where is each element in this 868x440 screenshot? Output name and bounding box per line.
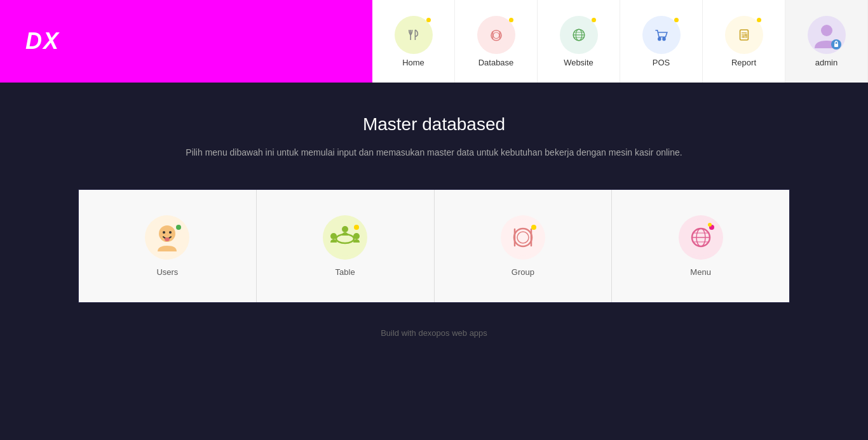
home-icon-circle — [395, 16, 433, 54]
svg-point-34 — [176, 225, 181, 230]
footer-text: Build with dexopos web apps — [381, 328, 487, 338]
report-icon-circle — [725, 16, 763, 54]
svg-point-31 — [163, 231, 165, 234]
admin-label: admin — [815, 58, 837, 67]
nav-bar: Home Database — [372, 0, 868, 83]
svg-rect-23 — [745, 34, 747, 37]
logo: DX — [25, 28, 60, 55]
svg-point-41 — [505, 219, 541, 256]
svg-point-17 — [663, 37, 665, 40]
header: DX Home — [0, 0, 868, 83]
users-icon-circle — [145, 215, 189, 260]
database-icon — [486, 25, 506, 45]
users-icon — [148, 218, 186, 257]
group-icon — [504, 218, 542, 257]
page-description: Pilih menu dibawah ini untuk memulai inp… — [186, 147, 682, 157]
home-dot — [426, 18, 431, 22]
card-table[interactable]: Table — [257, 190, 435, 302]
nav-item-database[interactable]: Database — [455, 0, 538, 83]
svg-rect-28 — [834, 44, 838, 47]
nav-item-report[interactable]: Report — [703, 0, 785, 83]
nav-item-home[interactable]: Home — [372, 0, 455, 83]
card-menu[interactable]: Menu — [612, 190, 789, 302]
svg-point-0 — [403, 25, 423, 44]
group-icon-circle — [501, 215, 545, 260]
svg-point-37 — [330, 233, 337, 239]
website-icon-circle — [560, 16, 598, 54]
website-label: Website — [564, 58, 593, 67]
table-icon — [326, 218, 364, 257]
database-dot — [509, 18, 513, 22]
svg-rect-24 — [742, 35, 744, 37]
svg-point-40 — [354, 225, 359, 230]
cards-grid: Users — [78, 189, 790, 303]
menu-icon-circle — [679, 215, 723, 260]
admin-icon-wrap — [808, 16, 846, 54]
page-title: Master databased — [363, 114, 505, 135]
main-content: Master databased Pilih menu dibawah ini … — [0, 83, 868, 338]
table-icon-circle — [323, 215, 367, 260]
svg-point-33 — [165, 237, 170, 241]
menu-icon — [682, 218, 720, 257]
group-label: Group — [512, 267, 534, 277]
report-dot — [757, 18, 761, 22]
pos-icon — [651, 25, 672, 45]
database-icon-circle — [477, 16, 515, 54]
table-label: Table — [336, 267, 355, 277]
card-users[interactable]: Users — [79, 190, 257, 302]
website-dot — [592, 18, 596, 22]
svg-point-38 — [353, 233, 360, 239]
svg-point-26 — [821, 25, 832, 36]
svg-point-15 — [651, 25, 670, 44]
svg-point-54 — [708, 223, 712, 227]
website-icon — [569, 25, 589, 45]
home-icon — [403, 25, 424, 45]
svg-point-46 — [531, 225, 536, 230]
pos-dot — [674, 18, 679, 22]
logo-area: DX — [0, 0, 85, 83]
home-label: Home — [402, 58, 424, 67]
card-group[interactable]: Group — [435, 190, 613, 302]
report-label: Report — [731, 58, 756, 67]
admin-avatar-icon — [808, 17, 845, 53]
pos-label: POS — [653, 58, 670, 67]
nav-item-pos[interactable]: POS — [620, 0, 703, 83]
svg-point-4 — [486, 25, 505, 44]
svg-point-16 — [658, 37, 660, 40]
svg-point-39 — [342, 226, 348, 232]
menu-label: Menu — [690, 267, 711, 277]
users-label: Users — [156, 267, 178, 277]
svg-point-32 — [169, 231, 172, 234]
pos-icon-circle — [642, 16, 681, 54]
database-label: Database — [478, 58, 514, 67]
nav-item-admin[interactable]: admin — [785, 0, 868, 83]
nav-item-website[interactable]: Website — [538, 0, 620, 83]
report-icon — [734, 25, 754, 45]
